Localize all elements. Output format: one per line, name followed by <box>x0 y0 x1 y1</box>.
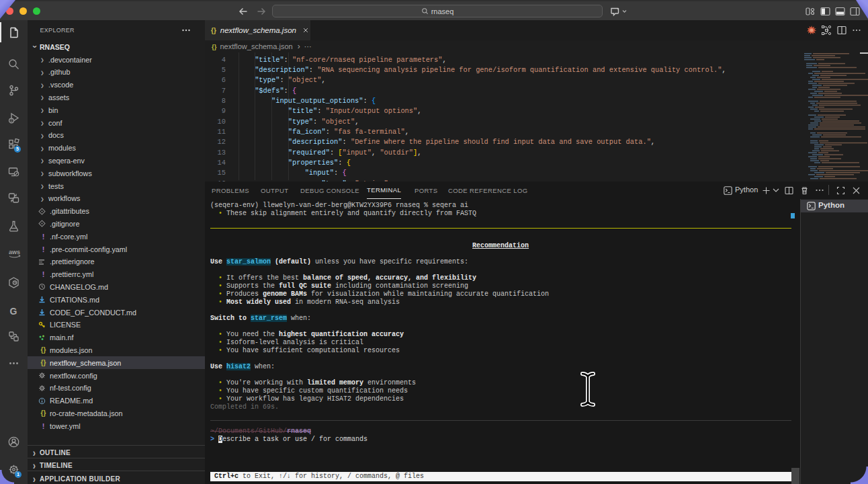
svg-text:aws: aws <box>9 249 20 255</box>
svg-text:G: G <box>10 306 17 317</box>
